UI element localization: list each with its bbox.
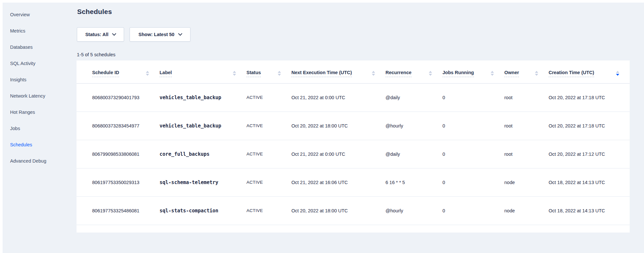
sidebar-item-label: Advanced Debug (10, 158, 46, 164)
column-label: Creation Time (UTC) (549, 70, 594, 77)
cell-owner: root (504, 140, 549, 168)
sidebar-item-label: Network Latency (10, 93, 45, 99)
cell-recurrence: @hourly (385, 196, 442, 225)
cell-owner: node (504, 196, 549, 225)
sort-icon (535, 71, 538, 76)
column-header-jobs-running[interactable]: Jobs Running (442, 60, 504, 83)
cell-label: core_full_backups (160, 140, 246, 168)
cell-status: ACTIVE (246, 140, 291, 168)
cell-creation-time: Oct 20, 2022 at 17:18 UTC (549, 83, 630, 112)
cell-status: ACTIVE (246, 112, 291, 140)
sidebar-item-insights[interactable]: Insights (3, 72, 74, 88)
cell-schedule-id: 806197753325486081 (77, 196, 160, 225)
sidebar-item-metrics[interactable]: Metrics (3, 23, 74, 39)
sidebar-item-overview[interactable]: Overview (3, 7, 74, 23)
sidebar-item-label: SQL Activity (10, 61, 35, 66)
sort-icon (429, 71, 432, 76)
cell-jobs-running: 0 (442, 168, 504, 196)
table-row[interactable]: 806800373283454977 vehicles_table_backup… (77, 112, 630, 140)
cell-label: sql-schema-telemetry (160, 168, 246, 196)
sidebar-item-label: Databases (10, 45, 33, 50)
sidebar-item-label: Hot Ranges (10, 110, 35, 115)
cell-status: ACTIVE (246, 196, 291, 225)
chevron-down-icon (112, 32, 116, 36)
sidebar-item-jobs[interactable]: Jobs (3, 120, 74, 137)
cell-status: ACTIVE (246, 83, 291, 112)
table-row[interactable]: 806197753325486081 sql-stats-compaction … (77, 196, 630, 225)
cell-next-execution: Oct 20, 2022 at 18:00 UTC (291, 196, 385, 225)
column-label: Status (246, 70, 261, 77)
cell-label: sql-stats-compaction (160, 196, 246, 225)
cell-recurrence: 6 16 * * 5 (385, 168, 442, 196)
cell-recurrence: @daily (385, 83, 442, 112)
table-row[interactable]: 806800373290401793 vehicles_table_backup… (77, 83, 630, 112)
cell-schedule-id: 806799098533806081 (77, 140, 160, 168)
sort-icon (616, 71, 619, 76)
show-filter-dropdown[interactable]: Show: Latest 50 (130, 27, 190, 42)
column-header-recurrence[interactable]: Recurrence (385, 60, 442, 83)
table-body: 806800373290401793 vehicles_table_backup… (77, 83, 630, 225)
cell-next-execution: Oct 21, 2022 at 16:06 UTC (291, 168, 385, 196)
column-label: Label (160, 70, 172, 77)
table-row[interactable]: 806197753350029313 sql-schema-telemetry … (77, 168, 630, 196)
cell-recurrence: @daily (385, 140, 442, 168)
cell-owner: root (504, 83, 549, 112)
sidebar-item-schedules[interactable]: Schedules (3, 137, 74, 153)
cell-next-execution: Oct 20, 2022 at 18:00 UTC (291, 112, 385, 140)
page-top-edge (0, 0, 644, 3)
status-filter-dropdown[interactable]: Status: All (77, 27, 124, 42)
sidebar-item-label: Metrics (10, 28, 25, 33)
sidebar-item-advanced-debug[interactable]: Advanced Debug (3, 153, 74, 169)
sort-icon (372, 71, 375, 76)
cell-schedule-id: 806197753350029313 (77, 168, 160, 196)
page-title: Schedules (77, 8, 112, 16)
sidebar-item-network-latency[interactable]: Network Latency (3, 88, 74, 104)
schedules-table-panel: Schedule ID Label Status Next Execution … (77, 60, 630, 233)
column-label: Owner (504, 70, 519, 77)
cell-jobs-running: 0 (442, 83, 504, 112)
cell-creation-time: Oct 18, 2022 at 14:13 UTC (549, 196, 630, 225)
cell-jobs-running: 0 (442, 140, 504, 168)
cell-jobs-running: 0 (442, 196, 504, 225)
column-header-creation-time[interactable]: Creation Time (UTC) (549, 60, 630, 83)
cell-next-execution: Oct 21, 2022 at 0:00 UTC (291, 83, 385, 112)
filter-bar: Status: All Show: Latest 50 (77, 27, 190, 42)
cell-owner: root (504, 112, 549, 140)
sidebar-item-label: Insights (10, 77, 26, 82)
sidebar-item-sql-activity[interactable]: SQL Activity (3, 55, 74, 72)
cell-next-execution: Oct 21, 2022 at 0:00 UTC (291, 140, 385, 168)
sidebar-item-label: Schedules (10, 142, 32, 147)
column-header-next-execution-time[interactable]: Next Execution Time (UTC) (291, 60, 385, 83)
page-left-edge (0, 0, 3, 253)
cell-label: vehicles_table_backup (160, 112, 246, 140)
sort-icon (146, 71, 149, 76)
sort-icon (233, 71, 236, 76)
sidebar-item-hot-ranges[interactable]: Hot Ranges (3, 104, 74, 120)
table-header-row: Schedule ID Label Status Next Execution … (77, 60, 630, 83)
sidebar: Overview Metrics Databases SQL Activity … (3, 7, 74, 169)
column-header-owner[interactable]: Owner (504, 60, 549, 83)
sidebar-item-label: Jobs (10, 126, 20, 131)
cell-schedule-id: 806800373290401793 (77, 83, 160, 112)
cell-owner: node (504, 168, 549, 196)
sort-icon (278, 71, 281, 76)
column-header-schedule-id[interactable]: Schedule ID (77, 60, 160, 83)
status-filter-label: Status: All (85, 32, 108, 37)
result-count: 1-5 of 5 schedules (77, 52, 116, 57)
column-label: Recurrence (385, 70, 412, 77)
column-header-label[interactable]: Label (160, 60, 246, 83)
column-label: Schedule ID (92, 70, 119, 77)
cell-jobs-running: 0 (442, 112, 504, 140)
sidebar-item-databases[interactable]: Databases (3, 39, 74, 55)
sidebar-item-label: Overview (10, 12, 30, 17)
cell-creation-time: Oct 20, 2022 at 17:12 UTC (549, 140, 630, 168)
show-filter-label: Show: Latest 50 (138, 32, 174, 37)
column-label: Next Execution Time (UTC) (291, 70, 352, 77)
cell-creation-time: Oct 20, 2022 at 17:18 UTC (549, 112, 630, 140)
column-label: Jobs Running (442, 70, 474, 77)
cell-schedule-id: 806800373283454977 (77, 112, 160, 140)
column-header-status[interactable]: Status (246, 60, 291, 83)
table-row[interactable]: 806799098533806081 core_full_backups ACT… (77, 140, 630, 168)
cell-recurrence: @hourly (385, 112, 442, 140)
cell-label: vehicles_table_backup (160, 83, 246, 112)
